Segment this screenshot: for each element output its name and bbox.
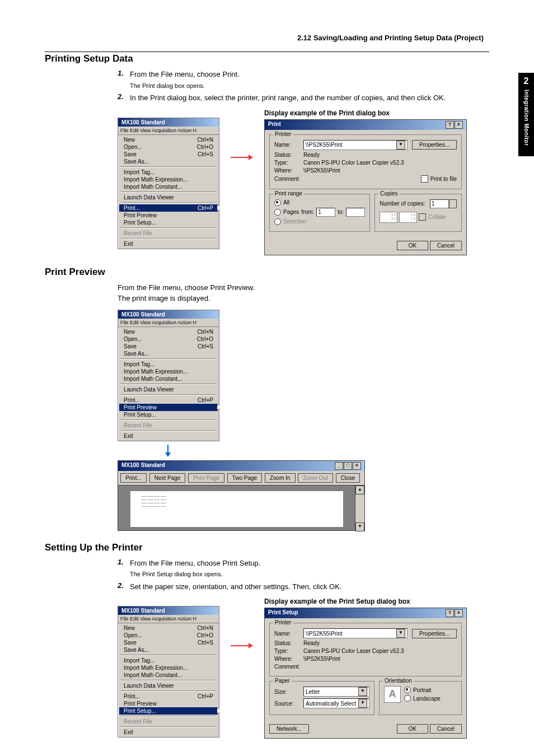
paper-legend: Paper bbox=[273, 678, 292, 684]
menu-open[interactable]: Open...Ctrl+O bbox=[119, 335, 218, 343]
print-range-legend: Print range bbox=[273, 190, 304, 197]
chevron-down-icon[interactable]: ▼ bbox=[358, 699, 367, 708]
type-value: Canon PS-IPU Color Laser Copier v52.3 bbox=[303, 160, 457, 166]
landscape-radio[interactable] bbox=[404, 695, 411, 702]
range-pages-radio[interactable] bbox=[274, 209, 281, 216]
properties-button[interactable]: Properties... bbox=[412, 140, 457, 150]
menu-print[interactable]: Print...Ctrl+P bbox=[119, 693, 218, 700]
network-button[interactable]: Network... bbox=[269, 724, 309, 734]
menu-save[interactable]: SaveCtrl+S bbox=[119, 151, 218, 158]
print-to-file-checkbox[interactable] bbox=[421, 175, 428, 183]
menu-print[interactable]: Print...Ctrl+P bbox=[119, 396, 218, 404]
paper-size-combo[interactable]: Letter▼ bbox=[303, 687, 369, 697]
menu-save-as[interactable]: Save As... bbox=[119, 350, 218, 357]
menu-exit[interactable]: Exit bbox=[119, 240, 218, 248]
scroll-up-icon[interactable]: ▲ bbox=[355, 486, 364, 494]
menu-exit[interactable]: Exit bbox=[119, 432, 218, 440]
menu-import-math-const[interactable]: Import Math Constant... bbox=[119, 671, 218, 679]
copies-input[interactable]: 1 bbox=[430, 199, 449, 208]
preview-two-page-button[interactable]: Two Page bbox=[227, 473, 262, 483]
help-icon[interactable]: ? bbox=[446, 121, 454, 129]
menu-import-math-expr[interactable]: Import Math Expression... bbox=[119, 368, 218, 375]
close-icon[interactable]: × bbox=[455, 609, 463, 617]
menu-import-math-expr[interactable]: Import Math Expression... bbox=[119, 664, 218, 671]
menu-new[interactable]: NewCtrl+N bbox=[119, 136, 218, 143]
menu-print-setup[interactable]: Print Setup... bbox=[119, 411, 218, 418]
from-input[interactable]: 1 bbox=[316, 208, 335, 217]
preview-print-button[interactable]: Print... bbox=[120, 473, 147, 483]
preview-toolbar: Print... Next Page Prev Page Two Page Zo… bbox=[118, 471, 364, 486]
minimize-icon[interactable]: _ bbox=[335, 462, 343, 470]
copies-legend: Copies bbox=[378, 190, 399, 197]
portrait-radio[interactable] bbox=[404, 687, 411, 693]
chapter-number: 2 bbox=[518, 76, 534, 86]
menu-launch-data-viewer[interactable]: Launch Data Viewer bbox=[119, 682, 218, 689]
step-text: From the File menu, choose Print Setup. … bbox=[130, 558, 489, 579]
paper-source-combo[interactable]: Automatically Select▼ bbox=[303, 698, 369, 708]
step-main: From the File menu, choose Print. bbox=[130, 70, 240, 78]
menubar[interactable]: File Edit View Acquisition Action H bbox=[118, 127, 219, 135]
menu-print[interactable]: Print...Ctrl+P bbox=[119, 204, 218, 212]
to-input[interactable] bbox=[346, 208, 365, 217]
menu-recent-file: Recent File bbox=[119, 230, 218, 237]
menu-launch-data-viewer[interactable]: Launch Data Viewer bbox=[119, 194, 218, 201]
menu-launch-data-viewer[interactable]: Launch Data Viewer bbox=[119, 386, 218, 393]
preview-zoom-in-button[interactable]: Zoom In bbox=[265, 473, 296, 483]
status-label: Status: bbox=[274, 640, 303, 646]
printer-legend: Printer bbox=[273, 131, 293, 137]
chevron-down-icon[interactable]: ▼ bbox=[396, 141, 405, 150]
close-icon[interactable]: × bbox=[353, 462, 361, 470]
copies-label: Number of copies: bbox=[380, 200, 430, 207]
cancel-button[interactable]: Cancel bbox=[430, 724, 462, 734]
chevron-down-icon[interactable]: ▼ bbox=[396, 629, 405, 638]
menubar[interactable]: File Edit View Acquisition Action H bbox=[118, 615, 219, 623]
menu-print-preview[interactable]: Print Preview bbox=[119, 700, 218, 707]
status-value: Ready bbox=[303, 640, 457, 646]
help-icon[interactable]: ? bbox=[446, 609, 454, 617]
menu-import-math-const[interactable]: Import Math Constant... bbox=[119, 183, 218, 190]
print-to-file-label: Print to file bbox=[430, 176, 457, 182]
ok-button[interactable]: OK bbox=[397, 724, 428, 734]
menu-print-setup[interactable]: Print Setup... bbox=[119, 707, 218, 715]
scroll-down-icon[interactable]: ▼ bbox=[355, 522, 364, 531]
printer-name-combo[interactable]: \\PS2K55\Print▼ bbox=[303, 628, 407, 638]
dialog-title: Print bbox=[268, 121, 281, 129]
ok-button[interactable]: OK bbox=[397, 241, 428, 250]
preview-title: MX100 Standard bbox=[121, 462, 165, 470]
preview-close-button[interactable]: Close bbox=[336, 473, 360, 483]
menu-import-math-expr[interactable]: Import Math Expression... bbox=[119, 176, 218, 183]
cancel-button[interactable]: Cancel bbox=[430, 241, 462, 250]
menu-save-as[interactable]: Save As... bbox=[119, 646, 218, 654]
menu-save[interactable]: SaveCtrl+S bbox=[119, 639, 218, 646]
step-number: 1. bbox=[118, 558, 130, 579]
close-icon[interactable]: × bbox=[455, 121, 463, 129]
menu-import-tag[interactable]: Import Tag... bbox=[119, 169, 218, 176]
menu-new[interactable]: NewCtrl+N bbox=[119, 328, 218, 335]
maximize-icon[interactable]: □ bbox=[344, 462, 352, 470]
menu-save-as[interactable]: Save As... bbox=[119, 158, 218, 165]
range-selection-radio bbox=[274, 218, 281, 225]
menu-save[interactable]: SaveCtrl+S bbox=[119, 343, 218, 350]
menu-import-tag[interactable]: Import Tag... bbox=[119, 657, 218, 664]
menu-print-preview[interactable]: Print Preview bbox=[119, 404, 218, 411]
chevron-down-icon[interactable]: ▼ bbox=[358, 687, 367, 696]
properties-button[interactable]: Properties... bbox=[412, 629, 457, 638]
preview-scrollbar[interactable]: ▲ ▼ bbox=[355, 486, 364, 530]
range-all-radio[interactable] bbox=[274, 199, 281, 206]
preview-next-button[interactable]: Next Page bbox=[149, 473, 186, 483]
menu-print-setup[interactable]: Print Setup... bbox=[119, 219, 218, 226]
menu-open[interactable]: Open...Ctrl+O bbox=[119, 143, 218, 151]
menu-open[interactable]: Open...Ctrl+O bbox=[119, 632, 218, 639]
menu-import-tag[interactable]: Import Tag... bbox=[119, 361, 218, 368]
copies-spinner[interactable] bbox=[449, 199, 457, 208]
printer-name-combo[interactable]: \\PS2K55\Print▼ bbox=[303, 140, 407, 150]
menu-print-preview[interactable]: Print Preview bbox=[119, 212, 218, 219]
menu-new[interactable]: NewCtrl+N bbox=[119, 624, 218, 632]
type-label: Type: bbox=[274, 160, 303, 166]
range-pages-label: Pages bbox=[283, 209, 299, 215]
printer-legend: Printer bbox=[273, 619, 293, 626]
menu-exit[interactable]: Exit bbox=[119, 729, 218, 736]
menubar[interactable]: File Edit View Acquisition Action H bbox=[118, 319, 219, 327]
menu-import-math-const[interactable]: Import Math Constant... bbox=[119, 375, 218, 382]
heading-setting-up-printer: Setting Up the Printer bbox=[45, 542, 489, 553]
